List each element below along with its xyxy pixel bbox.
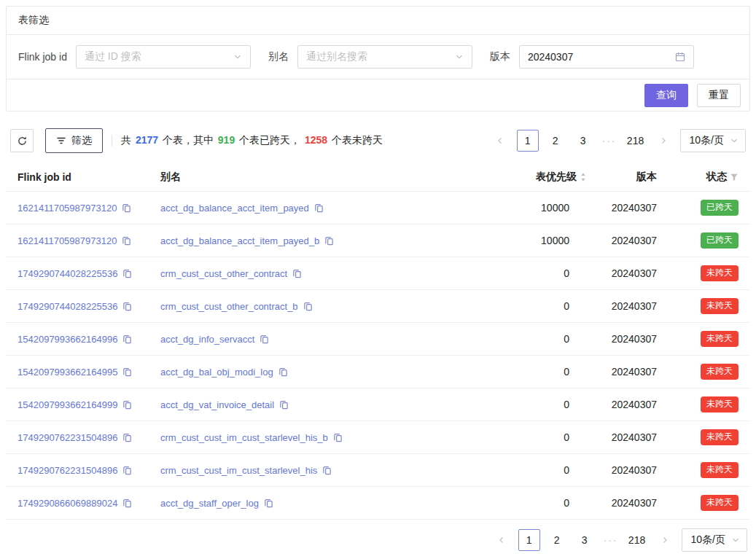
copy-icon[interactable]: [122, 236, 131, 246]
table-row: 1749290762231504896 crm_cust_cust_im_cus…: [6, 421, 750, 454]
copy-icon[interactable]: [122, 203, 131, 213]
flink-job-id-link[interactable]: 1749290744028225536: [17, 301, 117, 312]
flink-job-id-link[interactable]: 1542097993662164995: [17, 367, 117, 378]
alias-link[interactable]: crm_cust_cust_im_cust_starlevel_his: [160, 465, 317, 476]
page-button-218[interactable]: 218: [626, 529, 648, 551]
summary-part: 共: [121, 134, 134, 146]
version-cell: 20240307: [591, 464, 661, 476]
copy-icon[interactable]: [122, 433, 132, 442]
alias-link[interactable]: acct_dg_info_servacct: [160, 334, 254, 345]
copy-icon[interactable]: [333, 433, 343, 442]
next-page-button[interactable]: [652, 130, 674, 152]
status-cell: 未跨天: [661, 495, 743, 511]
priority-cell: 0: [496, 399, 591, 410]
refresh-button[interactable]: [10, 129, 34, 152]
copy-icon[interactable]: [324, 236, 334, 246]
alias-link[interactable]: acct_dg_vat_invoice_detail: [160, 399, 274, 410]
column-header-priority[interactable]: 表优先级: [496, 171, 591, 184]
next-page-button[interactable]: [654, 529, 676, 551]
flink-job-id-cell: 1621411705987973120: [13, 203, 156, 214]
column-header-version[interactable]: 版本: [591, 171, 661, 184]
page-button-3[interactable]: 3: [572, 130, 594, 152]
filter-toggle-button[interactable]: 筛选: [45, 128, 103, 153]
copy-icon[interactable]: [278, 367, 288, 377]
flink-job-id-link[interactable]: 1621411705987973120: [17, 203, 117, 214]
filter-toggle-label: 筛选: [71, 134, 92, 147]
table-row: 1542097993662164996 acct_dg_info_servacc…: [6, 323, 750, 356]
page-button-1[interactable]: 1: [517, 130, 539, 152]
sort-icon[interactable]: [580, 172, 587, 182]
page-size-label: 10条/页: [690, 134, 724, 147]
pagination-ellipsis: ···: [600, 135, 619, 146]
alias-link[interactable]: acct_dg_balance_acct_item_payed_b: [160, 235, 319, 246]
flink-job-id-cell: 1621411705987973120: [13, 235, 156, 246]
page-button-3[interactable]: 3: [574, 529, 596, 551]
page-size-select[interactable]: 10条/页: [682, 528, 747, 552]
flink-job-id-link[interactable]: 1542097993662164996: [17, 334, 117, 345]
alias-link[interactable]: acct_dg_staff_oper_log: [160, 498, 259, 509]
copy-icon[interactable]: [264, 499, 273, 508]
page-button-2[interactable]: 2: [546, 529, 568, 551]
flink-job-id-link[interactable]: 1749290762231504896: [17, 432, 117, 443]
filter-lines-icon: [56, 136, 66, 146]
copy-icon[interactable]: [122, 269, 132, 278]
copy-icon[interactable]: [122, 466, 132, 475]
copy-icon[interactable]: [260, 335, 269, 344]
flink-job-id-link[interactable]: 1621411705987973120: [17, 235, 117, 246]
page-button-1[interactable]: 1: [518, 529, 540, 551]
status-badge: 未跨天: [701, 495, 739, 511]
status-cell: 未跨天: [661, 331, 743, 347]
field-alias: 别名 通过别名搜索: [268, 45, 472, 69]
version-input[interactable]: [528, 51, 675, 63]
copy-icon[interactable]: [292, 269, 302, 278]
alias-cell: acct_dg_balance_acct_item_payed_b: [156, 235, 496, 246]
prev-page-button[interactable]: [489, 130, 511, 152]
alias-cell: crm_cust_cust_im_cust_starlevel_his: [156, 465, 496, 476]
chevron-down-icon: [731, 536, 740, 544]
column-header-status[interactable]: 状态: [661, 171, 743, 184]
prev-page-button[interactable]: [491, 529, 513, 551]
status-cell: 未跨天: [661, 396, 743, 413]
filter-funnel-icon[interactable]: [730, 173, 739, 181]
column-header-alias[interactable]: 别名: [156, 171, 496, 184]
table-header: Flink job id 别名 表优先级 版本 状态: [6, 163, 750, 192]
flink-job-id-cell: 1542097993662164996: [13, 334, 156, 345]
page-button-2[interactable]: 2: [545, 130, 566, 152]
alias-link[interactable]: acct_dg_balance_acct_item_payed: [160, 203, 309, 214]
version-cell: 20240307: [591, 431, 661, 443]
copy-icon[interactable]: [314, 203, 324, 213]
page-size-select[interactable]: 10条/页: [680, 129, 746, 152]
column-header-priority-label: 表优先级: [536, 171, 577, 184]
status-cell: 已跨天: [661, 232, 743, 249]
status-badge: 未跨天: [701, 396, 739, 413]
alias-link[interactable]: crm_cust_cust_other_contract: [160, 268, 287, 279]
copy-icon[interactable]: [279, 400, 289, 410]
reset-button[interactable]: 重置: [697, 84, 741, 107]
flink-job-id-link[interactable]: 1542097993662164999: [17, 399, 117, 410]
copy-icon[interactable]: [122, 400, 132, 410]
flink-job-id-link[interactable]: 1749290866069889024: [17, 498, 117, 509]
priority-cell: 0: [496, 497, 591, 509]
flink-job-id-select[interactable]: 通过 ID 搜索: [76, 45, 251, 69]
chevron-down-icon: [455, 52, 464, 61]
priority-cell: 10000: [496, 235, 591, 246]
status-badge: 已跨天: [701, 232, 739, 249]
alias-select[interactable]: 通过别名搜索: [297, 45, 472, 69]
copy-icon[interactable]: [122, 367, 132, 377]
field-version: 版本: [490, 45, 694, 69]
alias-link[interactable]: crm_cust_cust_im_cust_starlevel_his_b: [160, 432, 328, 443]
query-button[interactable]: 查询: [644, 84, 688, 107]
copy-icon[interactable]: [122, 335, 132, 344]
version-date-input[interactable]: [519, 45, 694, 69]
copy-icon[interactable]: [122, 302, 132, 311]
alias-link[interactable]: crm_cust_cust_other_contract_b: [160, 301, 298, 312]
copy-icon[interactable]: [303, 302, 313, 311]
copy-icon[interactable]: [122, 499, 132, 508]
alias-link[interactable]: acct_dg_bal_obj_modi_log: [160, 367, 273, 378]
priority-cell: 0: [496, 333, 591, 345]
flink-job-id-link[interactable]: 1749290762231504896: [17, 465, 117, 476]
flink-job-id-link[interactable]: 1749290744028225536: [17, 268, 117, 279]
copy-icon[interactable]: [322, 466, 332, 475]
column-header-flink-job-id[interactable]: Flink job id: [13, 171, 156, 183]
page-button-218[interactable]: 218: [625, 130, 647, 152]
